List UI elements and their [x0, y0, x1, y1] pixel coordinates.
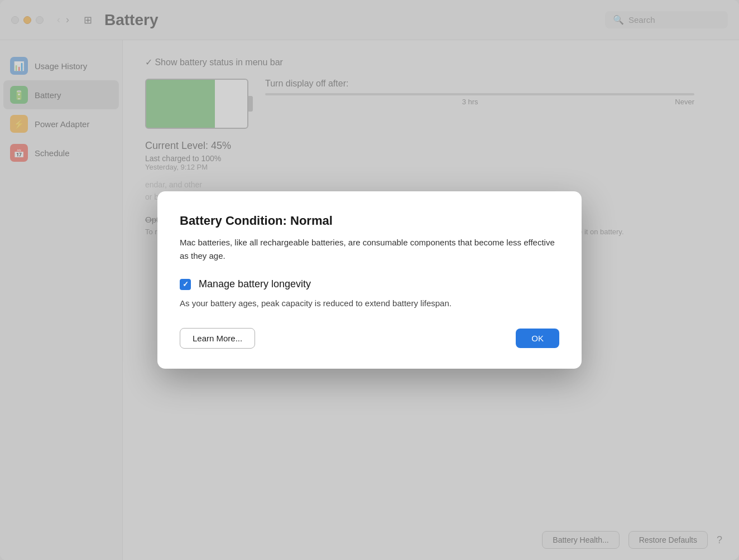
manage-longevity-row: Manage battery longevity	[180, 278, 559, 290]
ok-button[interactable]: OK	[516, 329, 559, 348]
manage-longevity-label: Manage battery longevity	[199, 278, 311, 290]
modal-title: Battery Condition: Normal	[180, 214, 559, 228]
manage-longevity-checkbox[interactable]	[180, 279, 191, 290]
manage-longevity-description: As your battery ages, peak capacity is r…	[180, 297, 559, 310]
modal-footer: Learn More... OK	[180, 328, 559, 349]
modal-description: Mac batteries, like all rechargeable bat…	[180, 236, 559, 263]
learn-more-button[interactable]: Learn More...	[180, 328, 255, 349]
modal-overlay: Battery Condition: Normal Mac batteries,…	[0, 0, 739, 560]
modal-dialog: Battery Condition: Normal Mac batteries,…	[157, 191, 582, 369]
